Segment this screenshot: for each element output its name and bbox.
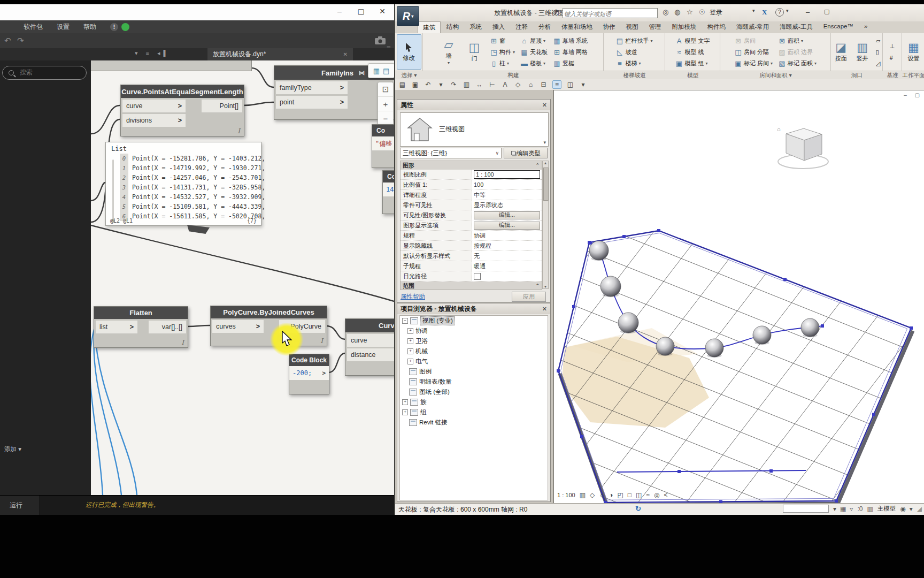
search-input[interactable] [19, 68, 80, 77]
dynamo-wire[interactable] [328, 353, 345, 372]
redo-icon[interactable]: ↷ [17, 36, 24, 45]
maximize-icon[interactable]: ▢ [354, 7, 368, 16]
resize-grip-icon[interactable]: ◢ [917, 505, 922, 513]
output-port-chevron-icon[interactable]: > [322, 370, 326, 376]
node-title[interactable]: PolyCurve.ByJoinedCurves [211, 306, 327, 318]
control-grip[interactable] [557, 369, 560, 372]
view-window-controls[interactable]: – ▢ [904, 92, 923, 98]
node-code-block-number[interactable]: Co 14 [382, 170, 394, 214]
tree-item[interactable]: +卫浴 [400, 336, 548, 346]
value-input[interactable]: 1 : 100 [474, 170, 540, 179]
dimension-icon[interactable]: ⊢ [488, 81, 496, 88]
ribbon-tab[interactable]: 建筑 [418, 21, 441, 33]
dynamo-menu-item[interactable]: 设置 [57, 22, 70, 32]
node-curve-offset-partial[interactable]: Curv curve distance [345, 318, 394, 376]
minimize-icon[interactable]: – [333, 7, 346, 16]
scrollbar-thumb[interactable] [543, 168, 549, 201]
panel-label-datum[interactable]: 基准 [883, 71, 902, 79]
edit-button[interactable]: 编辑... [474, 211, 540, 219]
property-section-header[interactable]: 范围⌃ [401, 282, 542, 290]
zoom-fit-icon[interactable]: ⊡ [378, 82, 393, 97]
lacing-levels-label[interactable]: @L2 @L1 [110, 218, 133, 224]
input-port-divisions[interactable]: divisions> [122, 114, 186, 127]
mechanical-equipment-sphere[interactable] [589, 241, 609, 260]
input-port-list[interactable]: list> [96, 321, 137, 333]
ribbon-tab[interactable]: 插入 [488, 21, 510, 33]
property-value[interactable]: 无 [472, 251, 542, 261]
property-value[interactable]: 协调 [472, 231, 542, 240]
collapse-icon[interactable]: ⌃ [535, 163, 540, 168]
ribbon-mini-icon[interactable]: ◿ [875, 58, 881, 69]
control-grip[interactable] [910, 326, 913, 330]
dynamo-wire[interactable] [187, 325, 210, 326]
close-icon[interactable]: ✕ [542, 306, 547, 313]
project-browser-header[interactable]: 项目浏览器 - 放置机械设备✕ [397, 303, 550, 314]
ribbon-button[interactable]: ◺坡道 [614, 47, 653, 58]
property-value[interactable]: 1 : 100 [472, 170, 542, 179]
scrollbar[interactable]: ▲▼ [542, 161, 549, 289]
dynamo-file-tab[interactable]: 放置机械设备.dyn* ✕ [207, 48, 353, 60]
ribbon-button[interactable]: ≈模型 线 [674, 47, 711, 58]
input-port-distance[interactable]: distance [347, 348, 394, 361]
control-grip[interactable] [872, 413, 875, 416]
mechanical-equipment-sphere[interactable] [656, 337, 674, 355]
ribbon-tab[interactable]: 结构 [442, 21, 464, 33]
exchange-apps-icon[interactable]: X [762, 8, 767, 17]
tree-item-views[interactable]: −视图 (专业) [400, 316, 548, 326]
displace-icon[interactable]: ≈ [646, 491, 650, 499]
preview-toggle[interactable]: I [320, 337, 323, 345]
property-value[interactable]: 编辑... [472, 220, 542, 230]
notification-ok-icon[interactable] [121, 23, 129, 31]
collapse-icon[interactable]: − [402, 318, 408, 324]
node-title[interactable]: Code Block [289, 354, 329, 366]
ribbon-button[interactable]: ▦幕墙 系统 [552, 35, 589, 47]
ribbon-tab[interactable]: 注释 [511, 21, 533, 33]
preview-toggle[interactable]: I [237, 127, 240, 135]
property-value[interactable]: 按规程 [472, 241, 542, 250]
tree-item[interactable]: +电气 [400, 356, 548, 367]
panel-label-workplane[interactable]: 工作平面 [902, 71, 924, 79]
ribbon-tab[interactable]: 视图 [621, 21, 643, 33]
expand-icon[interactable]: < [664, 491, 667, 499]
property-value[interactable]: 显示原状态 [472, 200, 542, 210]
minimize-icon[interactable]: – [806, 8, 810, 16]
tree-root-label[interactable]: 视图 (专业) [420, 316, 455, 325]
code-value[interactable]: "偏移 [372, 136, 394, 150]
dynamo-canvas[interactable]: Curve.PointsAtEqualSegmentLength curve> … [91, 60, 394, 495]
revit-app-button[interactable]: R▾ [397, 6, 419, 26]
design-options-icon[interactable]: ▦ [840, 505, 846, 513]
ribbon-button[interactable]: ≡楼梯▾ [614, 58, 653, 69]
checkbox[interactable] [474, 273, 481, 280]
caret-down-icon[interactable]: ▾ [579, 81, 587, 88]
ribbon-button[interactable]: ▣标记 房间▾ [733, 58, 774, 69]
panel-label-circulation[interactable]: 楼梯坡道 [604, 71, 665, 79]
caret-down-icon[interactable]: ▾ [543, 140, 546, 145]
close-icon[interactable]: ✕ [542, 102, 547, 109]
control-grip[interactable] [821, 324, 824, 328]
graph-view-icon[interactable]: ▤ [383, 67, 389, 75]
control-grip[interactable] [783, 278, 787, 281]
tree-item[interactable]: +组 [400, 407, 548, 417]
panel-label-build[interactable]: 构建 [423, 71, 604, 79]
ribbon-tab[interactable]: 海颐威-常用 [732, 21, 774, 33]
caret-down-icon[interactable]: ▾ [437, 81, 445, 88]
ribbon-tab[interactable]: 附加模块 [667, 21, 702, 33]
node-polycurve[interactable]: PolyCurve.ByJoinedCurves curves> PolyCur… [210, 306, 327, 346]
maximize-icon[interactable]: ▢ [824, 8, 829, 15]
worksets-icon[interactable]: ▾ [833, 505, 836, 513]
default-3d-view-icon[interactable]: ⌂ [527, 81, 535, 88]
zoom-in-icon[interactable]: + [378, 97, 393, 111]
infocenter-search[interactable] [563, 8, 658, 18]
panel-label-room-area[interactable]: 房间和面积 ▾ [720, 71, 831, 79]
sun-path-icon[interactable]: ☼ [599, 491, 605, 499]
control-grip[interactable] [835, 499, 838, 503]
ribbon-button[interactable]: ◫房间 分隔 [733, 47, 774, 58]
caret-down-icon[interactable]: ▾ [910, 505, 913, 513]
show-crop-icon[interactable]: □ [628, 491, 632, 499]
dynamo-wire[interactable] [91, 225, 394, 301]
help-icon[interactable]: ? [775, 8, 784, 17]
dynamo-wire-selected[interactable] [94, 327, 121, 495]
input-port-curve[interactable]: curve> [122, 100, 186, 112]
tree-item[interactable]: 图纸 (全部) [400, 387, 548, 397]
expand-icon[interactable]: + [402, 399, 408, 405]
